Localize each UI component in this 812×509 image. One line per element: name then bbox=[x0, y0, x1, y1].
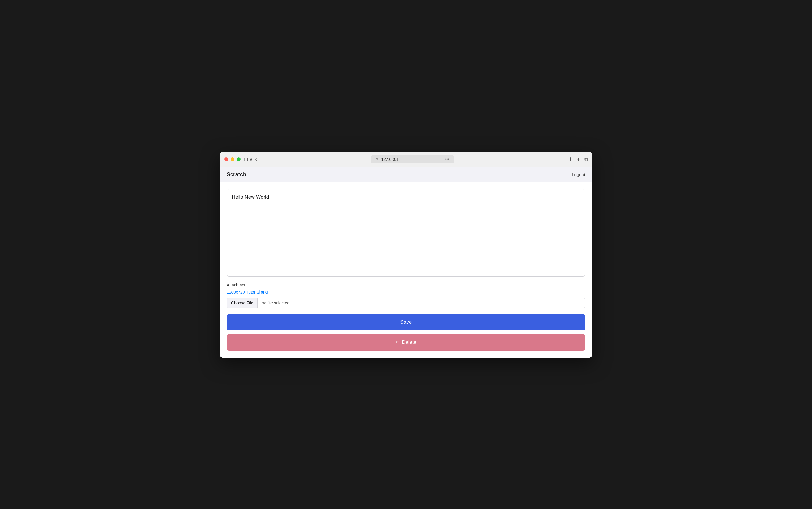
browser-controls: ⊡ ∨ ‹ bbox=[244, 156, 257, 162]
more-options-icon[interactable]: ••• bbox=[445, 157, 449, 161]
navbar: Scratch Logout bbox=[220, 167, 592, 182]
traffic-lights bbox=[224, 157, 241, 161]
attachment-section: Attachment 1280x720 Tutorial.png Choose … bbox=[227, 282, 585, 308]
file-input-row: Choose File no file selected bbox=[227, 298, 585, 308]
maximize-button[interactable] bbox=[237, 157, 241, 161]
content-textarea[interactable]: Hello New World bbox=[227, 190, 585, 275]
tabs-icon[interactable]: ⧉ bbox=[585, 157, 588, 162]
logout-button[interactable]: Logout bbox=[572, 172, 585, 177]
attachment-link[interactable]: 1280x720 Tutorial.png bbox=[227, 290, 585, 295]
delete-label: Delete bbox=[402, 339, 416, 345]
minimize-button[interactable] bbox=[230, 157, 235, 161]
new-tab-icon[interactable]: + bbox=[577, 157, 580, 162]
brand-name: Scratch bbox=[227, 171, 246, 178]
save-button[interactable]: Save bbox=[227, 314, 585, 331]
close-button[interactable] bbox=[224, 157, 228, 161]
address-bar: ✎ 127.0.0.1 ••• bbox=[260, 155, 565, 164]
delete-button[interactable]: ↻ Delete bbox=[227, 334, 585, 350]
url-text: 127.0.0.1 bbox=[381, 157, 398, 162]
text-editor-wrapper: Hello New World bbox=[227, 189, 585, 277]
app-content: Scratch Logout Hello New World Attachmen… bbox=[220, 167, 592, 358]
pencil-icon: ✎ bbox=[376, 157, 379, 161]
share-icon[interactable]: ⬆ bbox=[568, 156, 572, 162]
sidebar-toggle-icon[interactable]: ⊡ ∨ bbox=[244, 156, 253, 162]
choose-file-button[interactable]: Choose File bbox=[227, 298, 258, 308]
delete-icon: ↻ bbox=[396, 339, 400, 345]
attachment-label: Attachment bbox=[227, 282, 585, 287]
address-input-field[interactable]: ✎ 127.0.0.1 ••• bbox=[371, 155, 454, 164]
browser-actions: ⬆ + ⧉ bbox=[568, 156, 588, 162]
main-content: Hello New World Attachment 1280x720 Tuto… bbox=[220, 182, 592, 358]
back-icon[interactable]: ‹ bbox=[255, 157, 256, 162]
browser-window: ⊡ ∨ ‹ ✎ 127.0.0.1 ••• ⬆ + ⧉ Scratch Logo… bbox=[220, 151, 592, 358]
no-file-text: no file selected bbox=[258, 298, 585, 308]
browser-chrome: ⊡ ∨ ‹ ✎ 127.0.0.1 ••• ⬆ + ⧉ bbox=[220, 151, 592, 167]
